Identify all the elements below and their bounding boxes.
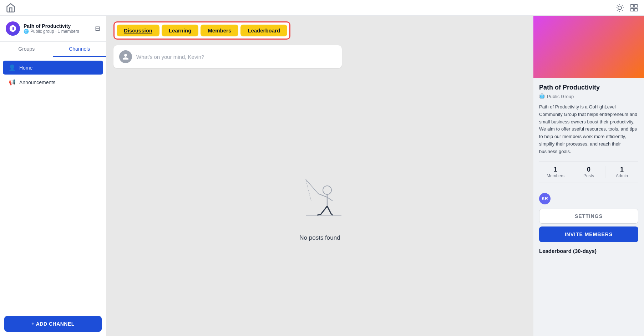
member-avatars: KR [533,193,644,204]
topbar [0,0,644,16]
tab-groups[interactable]: Groups [0,42,53,57]
fishing-illustration [291,169,349,226]
brand-sub-text: Public group · 1 members [30,29,79,34]
svg-rect-9 [631,5,633,7]
tab-channels[interactable]: Channels [53,42,106,57]
stat-posts-label: Posts [572,173,605,178]
right-sidebar: Path of Productivity 🌐 Public Group Path… [533,16,644,336]
globe-icon: 🌐 [539,93,545,99]
tab-bar-wrapper: Discussion Learning Members Leaderboard [106,16,533,40]
svg-point-13 [323,186,331,194]
add-channel-button[interactable]: + ADD CHANNEL [4,316,102,332]
invite-members-button[interactable]: INVITE MEMBERS [539,226,638,242]
globe-sub-icon: 🌐 [24,29,29,34]
stat-members-label: Members [539,173,572,178]
group-type: 🌐 Public Group [539,93,638,99]
main-content: Discussion Learning Members Leaderboard … [106,16,533,336]
settings-button[interactable]: SETTINGS [539,209,638,224]
tab-members[interactable]: Members [201,25,238,36]
stat-members-value: 1 [539,166,572,173]
collapse-icon[interactable]: ⊟ [95,25,100,32]
svg-line-17 [321,206,327,214]
post-input-box[interactable]: What's on your mind, Kevin? [113,45,342,68]
member-avatar-kr: KR [539,193,551,204]
svg-line-20 [331,214,333,215]
tab-learning[interactable]: Learning [162,25,198,36]
home-icon[interactable] [6,3,16,13]
post-placeholder[interactable]: What's on your mind, Kevin? [136,54,204,60]
sidebar-header: Path of Productivity 🌐 Public group · 1 … [0,16,106,42]
svg-line-7 [617,10,617,10]
stat-admin: 1 Admin [605,166,638,178]
svg-line-8 [622,5,622,5]
sun-icon[interactable] [615,4,624,12]
group-title: Path of Productivity [539,84,638,91]
svg-point-0 [618,6,622,10]
group-info: Path of Productivity 🌐 Public Group Path… [533,78,644,193]
group-banner [533,16,644,78]
user-avatar [119,50,132,63]
sidebar-brand: Path of Productivity 🌐 Public group · 1 … [6,21,79,36]
megaphone-icon: 📢 [9,79,16,86]
brand-info: Path of Productivity 🌐 Public group · 1 … [24,23,79,34]
person-icon: 👤 [9,64,16,71]
nav-item-announcements[interactable]: 📢 Announcements [3,75,103,89]
stat-admin-value: 1 [605,166,638,173]
group-stats: 1 Members 0 Posts 1 Admin [539,161,638,183]
svg-rect-11 [631,9,633,11]
group-type-label: Public Group [547,94,574,99]
empty-state: No posts found [106,74,533,336]
sidebar-tabs: Groups Channels [0,42,106,57]
tab-leaderboard[interactable]: Leaderboard [240,25,287,36]
leaderboard-title: Leaderboard (30-days) [539,248,638,254]
brand-icon [9,25,17,32]
stat-members: 1 Members [539,166,572,178]
svg-line-16 [327,197,333,201]
svg-rect-12 [635,9,637,11]
sidebar-nav: 👤 Home 📢 Announcements [0,57,106,312]
stat-admin-label: Admin [605,173,638,178]
topbar-left [6,3,16,13]
empty-illustration [291,169,349,227]
stat-posts: 0 Posts [572,166,605,178]
topbar-right [615,4,638,12]
svg-line-18 [327,206,331,214]
sidebar: Path of Productivity 🌐 Public group · 1 … [0,16,106,336]
leaderboard-section: Leaderboard (30-days) [533,248,644,254]
svg-line-19 [317,214,321,215]
tab-discussion[interactable]: Discussion [117,25,159,36]
brand-logo [6,21,20,36]
post-input-area: What's on your mind, Kevin? [106,40,533,74]
nav-item-home[interactable]: 👤 Home [3,61,103,75]
grid-icon[interactable] [630,4,638,12]
tab-bar: Discussion Learning Members Leaderboard [113,21,290,40]
empty-state-text: No posts found [299,234,340,241]
nav-announcements-label: Announcements [19,80,55,85]
group-desc: Path of Productivity is a GoHighLevel Co… [539,103,638,156]
svg-line-3 [617,5,617,5]
brand-sub: 🌐 Public group · 1 members [24,29,79,34]
brand-name: Path of Productivity [24,23,79,29]
stat-posts-value: 0 [572,166,605,173]
svg-rect-10 [635,5,637,7]
nav-home-label: Home [19,65,32,71]
svg-line-4 [622,10,622,10]
